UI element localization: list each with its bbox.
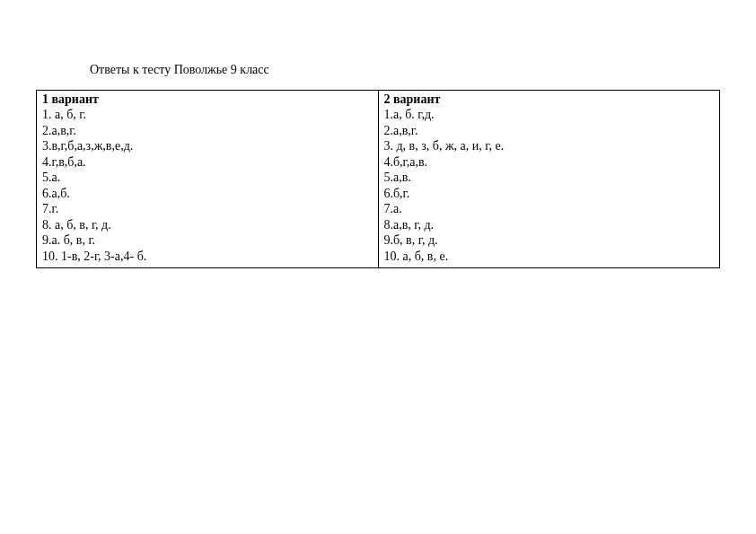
variant2-line: 9.б, в, г, д. xyxy=(384,232,715,249)
variant1-line: 5.а. xyxy=(42,170,373,186)
variant2-cell: 2 вариант 1.а, б. г,д. 2.а,в,г. 3. д, в,… xyxy=(378,91,720,268)
variant1-line: 1. а, б, г. xyxy=(42,107,373,123)
variant2-line: 1.а, б. г,д. xyxy=(384,107,715,123)
variant1-cell: 1 вариант 1. а, б, г. 2.а,в,г. 3.в,г,б,а… xyxy=(37,91,379,268)
variant1-line: 4.г,в,б,а. xyxy=(42,154,373,171)
variant2-header: 2 вариант xyxy=(384,92,715,107)
variant2-line: 5.а,в. xyxy=(384,170,715,186)
variant1-line: 9.а. б, в, г. xyxy=(42,232,373,249)
variant2-line: 6.б,г. xyxy=(384,186,715,202)
variant1-line: 7.г. xyxy=(42,201,373,217)
variant1-line: 10. 1-в, 2-г, 3-а,4- б. xyxy=(42,249,373,265)
answers-table: 1 вариант 1. а, б, г. 2.а,в,г. 3.в,г,б,а… xyxy=(36,90,720,268)
variant2-line: 10. а, б, в, е. xyxy=(384,249,715,265)
page-title: Ответы к тесту Поволжье 9 класс xyxy=(90,63,720,77)
variant2-line: 8.а,в, г, д. xyxy=(384,217,715,233)
variant2-line: 4.б,г,а,в. xyxy=(384,154,715,171)
variant2-line: 3. д, в, з, б, ж, а, и, г, е. xyxy=(384,138,715,154)
variant2-line: 2.а,в,г. xyxy=(384,123,715,139)
variant2-line: 7.а. xyxy=(384,201,715,217)
variant1-line: 3.в,г,б,а,з,ж,в,е,д. xyxy=(42,138,373,154)
variant1-header: 1 вариант xyxy=(42,92,373,107)
variant1-line: 6.а,б. xyxy=(42,186,373,202)
variant1-line: 8. а, б, в, г, д. xyxy=(42,217,373,233)
variant1-line: 2.а,в,г. xyxy=(42,123,373,139)
